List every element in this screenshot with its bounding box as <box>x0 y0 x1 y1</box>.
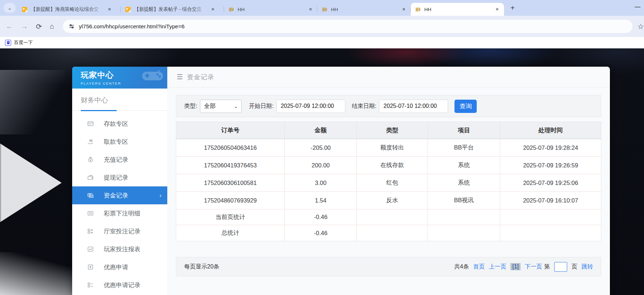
table-cell: 1752048607693929 <box>176 192 285 209</box>
table-cell: 当前页统计 <box>176 209 285 225</box>
search-button[interactable]: 查询 <box>454 100 477 113</box>
hh-favicon-icon <box>228 6 234 13</box>
bookmark-baidu[interactable]: 百度一下 <box>5 39 33 46</box>
table-cell <box>500 209 601 225</box>
table-cell: -205.00 <box>285 139 357 157</box>
table-cell: 1752060504063416 <box>176 139 285 157</box>
hall-icon <box>87 228 94 235</box>
tab-close-icon[interactable]: ✕ <box>401 6 407 13</box>
sidebar-item-report[interactable]: 玩家投注报表› <box>72 240 167 258</box>
sidebar-item-label: 优惠申请 <box>104 263 128 271</box>
summary-row: 总统计-0.46 <box>176 225 601 241</box>
first-page-link[interactable]: 首页 <box>473 263 485 271</box>
filter-bar: 类型: 全部 ⌄ 开始日期: 结束日期: 查询 <box>176 95 601 117</box>
background-streak <box>0 70 65 134</box>
hh-favicon-icon <box>322 6 328 13</box>
browser-window: ⌄ 【新提醒】海燕策略论坛综合交✕【新提醒】发表帖子 - 综合交流✕HH✕HH✕… <box>0 0 644 295</box>
table-cell: 2025-07-09 16:10:07 <box>500 192 601 209</box>
column-header: 项目 <box>428 122 500 139</box>
tab-close-icon[interactable]: ✕ <box>307 6 314 13</box>
browser-tab-4[interactable]: HH✕ <box>317 3 411 16</box>
forward-button[interactable]: → <box>21 22 28 30</box>
sidebar-item-label: 存款专区 <box>104 120 128 128</box>
total-count-text: 共4条 <box>454 263 469 271</box>
sidebar-item-funds[interactable]: 资金记录› <box>72 186 167 204</box>
table-cell: 系统 <box>428 174 500 192</box>
sidebar-item-deposit[interactable]: 存款专区› <box>72 115 167 133</box>
next-page-link[interactable]: 下一页 <box>525 263 542 271</box>
tab-close-icon[interactable]: ✕ <box>210 6 216 13</box>
sidebar-item-promo[interactable]: 优惠申请› <box>72 258 167 276</box>
main-content: ☰ 资金记录 类型: 全部 ⌄ 开始日期: 结束日期: 查询 订单号金额类型项目… <box>167 67 610 295</box>
prev-page-link[interactable]: 上一页 <box>489 263 506 271</box>
table-row: 17520603061005813.00红包系统2025-07-09 19:25… <box>176 174 601 192</box>
sidebar-item-promorec[interactable]: 优惠申请记录› <box>72 276 167 294</box>
page-header: ☰ 资金记录 <box>167 67 610 87</box>
page-viewport: 玩家中心 PLAYERS CENTER 财务中心 <box>0 48 644 295</box>
new-tab-button[interactable]: + <box>508 4 518 14</box>
sidebar: 玩家中心 PLAYERS CENTER 财务中心 <box>72 67 167 295</box>
hh-favicon-icon <box>415 6 421 13</box>
browser-tab-5[interactable]: HH✕ <box>411 3 504 16</box>
table-cell: 系统 <box>428 157 500 174</box>
browser-tab-1[interactable]: 【新提醒】海燕策略论坛综合交✕ <box>17 3 121 16</box>
deposit-icon <box>87 120 94 127</box>
page-title: 资金记录 <box>187 73 214 81</box>
forum-favicon-icon <box>125 6 131 13</box>
recharge-icon <box>87 156 94 163</box>
tab-close-icon[interactable]: ✕ <box>494 6 500 13</box>
table-cell: 2025-07-09 19:26:59 <box>500 157 601 174</box>
sidebar-item-recharge[interactable]: 充值记录› <box>72 151 167 168</box>
bookmarks-bar: 百度一下 <box>0 37 644 48</box>
forum-favicon-icon <box>22 6 28 13</box>
table-cell: -0.46 <box>285 209 357 225</box>
tab-title: HH <box>238 7 304 12</box>
tab-close-icon[interactable]: ✕ <box>106 6 113 13</box>
page-prefix-label: 第 <box>544 263 550 271</box>
window-minimize-button[interactable]: — <box>635 4 640 10</box>
tab-search-chevron-icon: ⌄ <box>8 5 12 11</box>
sidebar-item-hall[interactable]: 厅室投注记录› <box>72 222 167 240</box>
sidebar-item-cashout[interactable]: 提现记录› <box>72 168 167 186</box>
sidebar-item-lottery[interactable]: 彩票下注明细› <box>72 204 167 222</box>
summary-row: 当前页统计-0.46 <box>176 209 601 225</box>
tab-search-button[interactable]: ⌄ <box>4 3 16 13</box>
sidebar-item-withdraw[interactable]: 取款专区› <box>72 133 167 151</box>
user-center-panel: 玩家中心 PLAYERS CENTER 财务中心 <box>72 67 610 295</box>
gamepad-icon <box>142 70 163 85</box>
table-cell <box>428 209 500 225</box>
address-bar[interactable]: yl756.com/hhcp/usercenter.html?iniType=6 <box>63 20 633 33</box>
jump-link[interactable]: 跳转 <box>582 263 593 271</box>
bookmark-star-icon[interactable]: ☆ <box>638 22 644 31</box>
reload-button[interactable]: ⟳ <box>36 22 42 31</box>
browser-tab-3[interactable]: HH✕ <box>224 3 317 16</box>
sidebar-section-divider <box>72 110 167 111</box>
start-date-label: 开始日期: <box>249 103 273 110</box>
type-select-value: 全部 <box>204 103 215 110</box>
start-date-input[interactable] <box>276 100 345 113</box>
table-cell: BB平台 <box>428 139 500 157</box>
end-date-input[interactable] <box>379 100 448 113</box>
funds-icon <box>87 192 94 199</box>
tab-title: HH <box>424 7 490 12</box>
page-jump-input[interactable] <box>554 262 567 272</box>
tab-title: 【新提醒】发表帖子 - 综合交流 <box>134 6 206 13</box>
bookmark-label: 百度一下 <box>14 39 33 46</box>
site-settings-icon[interactable] <box>69 23 75 29</box>
sidebar-item-label: 玩家投注报表 <box>104 245 140 253</box>
url-text: yl756.com/hhcp/usercenter.html?iniType=6 <box>79 23 185 30</box>
table-cell <box>357 209 428 225</box>
table-cell: 1752060419376453 <box>176 157 285 174</box>
back-button[interactable]: ← <box>6 22 13 30</box>
funds-table: 订单号金额类型项目处理时间1752060504063416-205.00额度转出… <box>176 122 601 241</box>
table-cell: 红包 <box>357 174 428 192</box>
table-cell: 反水 <box>357 192 428 209</box>
withdraw-icon <box>87 138 94 145</box>
sidebar-section: 财务中心 <box>72 89 167 105</box>
type-select[interactable]: 全部 ⌄ <box>200 100 242 113</box>
home-button[interactable]: ⌂ <box>50 22 54 30</box>
table-cell: -0.46 <box>285 225 357 241</box>
sidebar-section-label: 财务中心 <box>81 96 167 105</box>
browser-tab-2[interactable]: 【新提醒】发表帖子 - 综合交流✕ <box>121 3 224 16</box>
tab-strip: ⌄ 【新提醒】海燕策略论坛综合交✕【新提醒】发表帖子 - 综合交流✕HH✕HH✕… <box>0 0 644 16</box>
